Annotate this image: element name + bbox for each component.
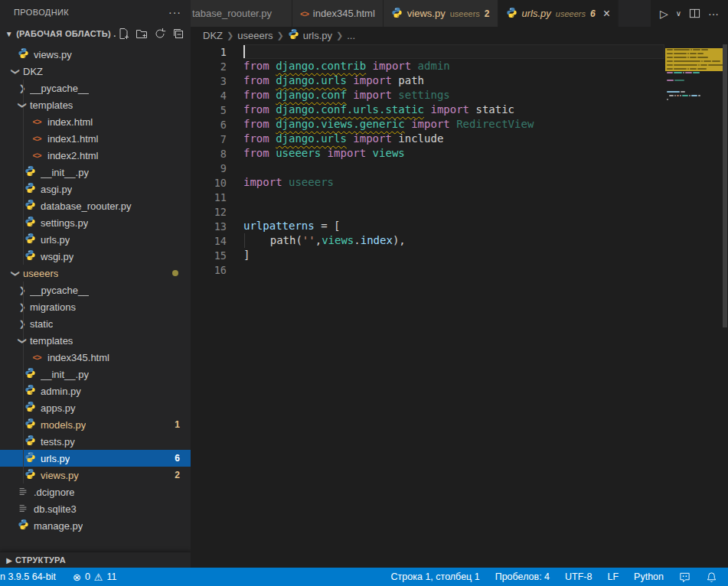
line-content[interactable]: from django.conf.urls.static import stat…	[243, 103, 664, 117]
line-content[interactable]: from useeers import views	[243, 146, 664, 161]
line-content[interactable]: from django.urls import include	[243, 132, 664, 146]
line-content[interactable]: from django.urls import path	[243, 73, 664, 88]
line-content[interactable]: ]	[243, 248, 664, 262]
minimap[interactable]	[664, 44, 723, 568]
line-number: 15	[191, 249, 227, 262]
tree-item-asgi.py[interactable]: asgi.py	[0, 181, 191, 197]
python-icon	[506, 9, 517, 21]
tree-item--init-.py[interactable]: __init__.py	[0, 366, 191, 383]
file-label: templates	[30, 99, 73, 111]
python-icon	[24, 418, 36, 431]
code-line-4: 4from django.conf import settings	[191, 88, 664, 103]
line-number: 9	[191, 162, 227, 174]
encoding-status[interactable]: UTF-8	[565, 571, 592, 582]
tree-item-admin.py[interactable]: admin.py	[0, 383, 191, 399]
tree-item-templates[interactable]: ❯templates	[0, 332, 191, 349]
tab-label: tabase_roouter.py	[192, 8, 272, 19]
tab-urls.py[interactable]: urls.pyuseeers6×	[498, 0, 619, 27]
editor-scrollbar[interactable]	[723, 44, 727, 327]
chevron-down-icon: ❯	[11, 67, 21, 76]
workspace-section-header[interactable]: ▼ (РАБОЧАЯ ОБЛАСТЬ) ...	[0, 24, 191, 43]
tree-item-index2.html[interactable]: <>index2.html	[0, 147, 191, 164]
new-folder-icon[interactable]	[135, 28, 148, 40]
language-mode-status[interactable]: Python	[634, 571, 664, 582]
breadcrumb-item[interactable]: ...	[347, 30, 355, 41]
line-content[interactable]: import useeers	[243, 175, 664, 190]
problems-status[interactable]: ⊗ 0 ⚠ 11	[73, 571, 117, 583]
notifications-bell-icon[interactable]	[706, 571, 717, 583]
explorer-more-actions-icon[interactable]: ···	[168, 6, 181, 18]
file-label: index345.html	[47, 352, 109, 363]
split-editor-icon[interactable]	[689, 8, 700, 19]
breadcrumb-item[interactable]: DKZ	[203, 30, 223, 41]
more-actions-icon[interactable]: ···	[708, 8, 719, 20]
html-icon: <>	[33, 134, 41, 143]
code-line-6: 6from django.views.generic import Redire…	[191, 117, 664, 132]
tree-item-index345.html[interactable]: <>index345.html	[0, 349, 191, 366]
indentation-status[interactable]: Пробелов: 4	[495, 571, 550, 582]
tree-item--pycache-[interactable]: ❯__pycache__	[0, 80, 191, 96]
tab-views.py[interactable]: views.pyuseeers2	[384, 0, 498, 27]
line-content[interactable]: from django.conf import settings	[243, 88, 664, 103]
tree-item-.dcignore[interactable]: .dcignore	[0, 483, 191, 500]
chevron-right-icon: ❯	[18, 83, 27, 93]
new-file-icon[interactable]	[117, 28, 129, 40]
error-icon: ⊗	[73, 571, 81, 583]
line-content[interactable]: from django.contrib import admin	[243, 59, 664, 73]
file-label: DKZ	[23, 66, 43, 77]
tree-item-index.html[interactable]: <>index.html	[0, 113, 191, 130]
tree-item-tests.py[interactable]: tests.py	[0, 433, 191, 450]
line-number: 11	[191, 191, 227, 203]
tree-item--init-.py[interactable]: __init__.py	[0, 164, 191, 181]
run-button[interactable]: ▷	[660, 8, 668, 20]
tree-item-urls.py[interactable]: urls.py6	[0, 450, 191, 467]
refresh-icon[interactable]	[154, 28, 166, 40]
tree-item-static[interactable]: ❯static	[0, 315, 191, 332]
tree-item-useeers[interactable]: ❯useeers	[0, 265, 191, 282]
chevron-down-icon: ❯	[18, 100, 28, 109]
tree-item-manage.py[interactable]: manage.py	[0, 517, 191, 534]
tree-item-models.py[interactable]: models.py1	[0, 416, 191, 433]
tree-item-dkz[interactable]: ❯DKZ	[0, 63, 191, 80]
tree-item-migrations[interactable]: ❯migrations	[0, 298, 191, 315]
tab-tabase-roouter.py[interactable]: tabase_roouter.py	[191, 0, 292, 27]
tree-item-views.py[interactable]: views.py2	[0, 467, 191, 483]
breadcrumb-item[interactable]: urls.py	[303, 30, 332, 41]
tab-problems-badge: 6	[590, 8, 596, 19]
warning-icon: ⚠	[94, 571, 103, 583]
run-dropdown-icon[interactable]: ∨	[676, 9, 681, 18]
tree-item-urls.py[interactable]: urls.py	[0, 231, 191, 248]
line-content[interactable]	[243, 262, 664, 277]
line-content[interactable]: path('',views.index),	[243, 233, 664, 248]
line-content[interactable]	[243, 204, 664, 219]
tree-item-settings.py[interactable]: settings.py	[0, 214, 191, 231]
line-content[interactable]	[243, 190, 664, 204]
python-icon	[24, 216, 36, 230]
status-bar: n 3.9.5 64-bit ⊗ 0 ⚠ 11 Строка 1, столбе…	[0, 568, 728, 586]
tree-item-views.py[interactable]: views.py	[0, 46, 191, 63]
tree-item-apps.py[interactable]: apps.py	[0, 399, 191, 416]
line-content[interactable]: urlpatterns = [	[243, 219, 664, 233]
line-content[interactable]	[243, 161, 664, 175]
code-line-14: 14path('',views.index),	[191, 233, 664, 248]
close-icon[interactable]: ×	[603, 8, 610, 20]
file-label: __pycache__	[30, 83, 89, 94]
line-content[interactable]	[243, 44, 664, 59]
chevron-right-icon: ▶	[3, 556, 15, 565]
tree-item-wsgi.py[interactable]: wsgi.py	[0, 248, 191, 265]
tree-item-db.sqlite3[interactable]: db.sqlite3	[0, 500, 191, 517]
cursor-position-status[interactable]: Строка 1, столбец 1	[391, 571, 480, 582]
tree-item-index1.html[interactable]: <>index1.html	[0, 130, 191, 147]
line-content[interactable]: from django.views.generic import Redirec…	[243, 117, 664, 132]
tab-index345.html[interactable]: <>index345.html	[292, 0, 384, 27]
feedback-icon[interactable]	[679, 571, 690, 583]
tree-item--pycache-[interactable]: ❯__pycache__	[0, 282, 191, 298]
outline-section-header[interactable]: ▶ СТРУКТУРА	[0, 552, 191, 568]
tree-item-templates[interactable]: ❯templates	[0, 96, 191, 113]
tree-item-database-roouter.py[interactable]: database_roouter.py	[0, 197, 191, 214]
python-interpreter-status[interactable]: n 3.9.5 64-bit	[0, 571, 56, 582]
collapse-all-icon[interactable]	[172, 28, 184, 40]
eol-status[interactable]: LF	[607, 571, 619, 582]
breadcrumb-item[interactable]: useeers	[237, 30, 273, 41]
code-line-12: 12	[191, 204, 664, 219]
